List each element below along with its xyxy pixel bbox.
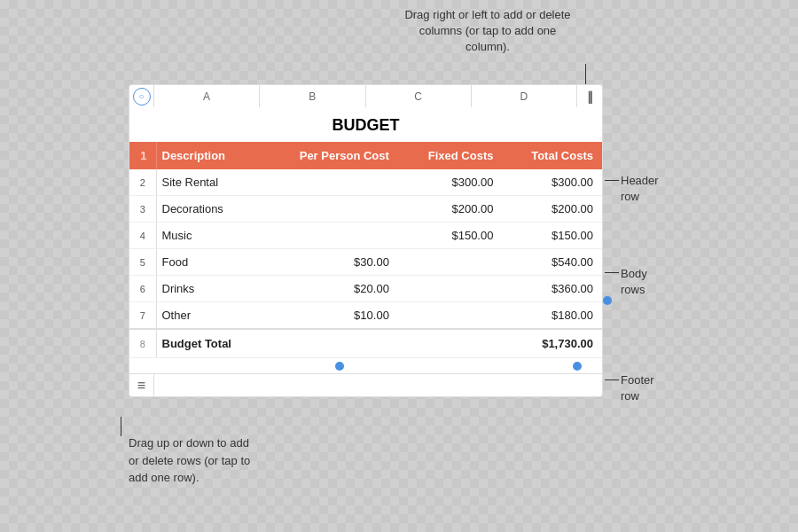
drag-rows-annotation: Drag up or down to addor delete rows (or… — [129, 434, 250, 487]
row-num-2: 2 — [129, 169, 156, 196]
row-4-per — [262, 223, 398, 249]
row-6-fixed — [398, 276, 503, 302]
table-row: 4 Music $150.00 $150.00 — [129, 223, 602, 249]
row-6-total: $360.00 — [502, 276, 602, 302]
header-per-person-cost: Per Person Cost — [262, 142, 398, 169]
blue-dot-right-body[interactable] — [603, 296, 612, 305]
dots-row — [129, 357, 602, 373]
row-3-per — [262, 196, 398, 223]
footer-row-line — [605, 379, 619, 380]
blue-dot-col-d[interactable] — [573, 362, 582, 371]
col-a-header: A — [154, 85, 260, 107]
row-num-6: 6 — [129, 276, 156, 302]
row-5-fixed — [398, 249, 503, 276]
row-3-total: $200.00 — [502, 196, 602, 223]
row-7-per: $10.00 — [262, 302, 398, 330]
body-rows-line — [605, 272, 619, 273]
footer-row: 8 Budget Total $1,730.00 — [129, 329, 602, 357]
row-5-total: $540.00 — [502, 249, 602, 276]
col-d-header: D — [472, 85, 577, 107]
col-c-header: C — [366, 85, 472, 107]
row-num-5: 5 — [129, 249, 156, 276]
bottom-handle-row[interactable]: ≡ — [129, 374, 603, 397]
row-num-3: 3 — [129, 196, 156, 223]
col-b-header: B — [260, 85, 365, 107]
row-7-desc: Other — [156, 302, 262, 330]
row-drag-handle[interactable]: ≡ — [129, 374, 154, 396]
title-row: BUDGET — [129, 107, 602, 142]
footer-fixed — [398, 329, 503, 357]
budget-table: BUDGET 1 Description Per Person Cost Fix… — [129, 107, 602, 357]
blue-dot-col-b[interactable] — [335, 362, 344, 371]
row-num-7: 7 — [129, 302, 156, 330]
header-fixed-costs: Fixed Costs — [398, 142, 503, 169]
row-5-desc: Food — [156, 249, 262, 276]
row-2-per — [262, 169, 398, 196]
row-6-desc: Drinks — [156, 276, 262, 302]
table-row: 7 Other $10.00 $180.00 — [129, 302, 602, 330]
table-container: BUDGET 1 Description Per Person Cost Fix… — [129, 107, 603, 374]
row-2-total: $300.00 — [502, 169, 602, 196]
add-column-button[interactable]: ∥ — [577, 85, 602, 107]
header-total-costs: Total Costs — [502, 142, 602, 169]
column-headers-row: ○ A B C D ∥ — [129, 84, 603, 107]
row-3-desc: Decorations — [156, 196, 262, 223]
header-row-annotation: Headerrow — [621, 173, 659, 205]
header-description: Description — [156, 142, 262, 169]
row-6-per: $20.00 — [262, 276, 398, 302]
body-rows-annotation: Bodyrows — [621, 266, 647, 298]
drag-rows-line — [121, 417, 121, 436]
table-row: 5 Food $30.00 $540.00 — [129, 249, 602, 276]
row-select-button[interactable]: ○ — [129, 85, 154, 107]
spreadsheet-wrapper: ○ A B C D ∥ BUDGET 1 Description Per Per… — [129, 84, 603, 397]
table-row: 2 Site Rental $300.00 $300.00 — [129, 169, 602, 196]
table-row: 3 Decorations $200.00 $200.00 — [129, 196, 602, 223]
row-4-desc: Music — [156, 223, 262, 249]
row-num-4: 4 — [129, 223, 156, 249]
footer-total: $1,730.00 — [502, 329, 602, 357]
footer-per — [262, 329, 398, 357]
header-row-num: 1 — [129, 142, 156, 169]
row-2-fixed: $300.00 — [398, 169, 503, 196]
header-row: 1 Description Per Person Cost Fixed Cost… — [129, 142, 602, 169]
row-7-total: $180.00 — [502, 302, 602, 330]
footer-row-annotation: Footerrow — [621, 372, 654, 404]
header-row-line — [605, 180, 619, 181]
row-2-desc: Site Rental — [156, 169, 262, 196]
footer-row-num: 8 — [129, 329, 156, 357]
budget-title: BUDGET — [129, 107, 602, 142]
row-5-per: $30.00 — [262, 249, 398, 276]
row-4-fixed: $150.00 — [398, 223, 503, 249]
row-3-fixed: $200.00 — [398, 196, 503, 223]
table-row: 6 Drinks $20.00 $360.00 — [129, 276, 602, 302]
footer-description: Budget Total — [156, 329, 262, 357]
row-4-total: $150.00 — [502, 223, 602, 249]
drag-columns-annotation: Drag right or left to add or delete colu… — [399, 7, 576, 56]
circle-button[interactable]: ○ — [133, 88, 151, 106]
row-7-fixed — [398, 302, 503, 330]
